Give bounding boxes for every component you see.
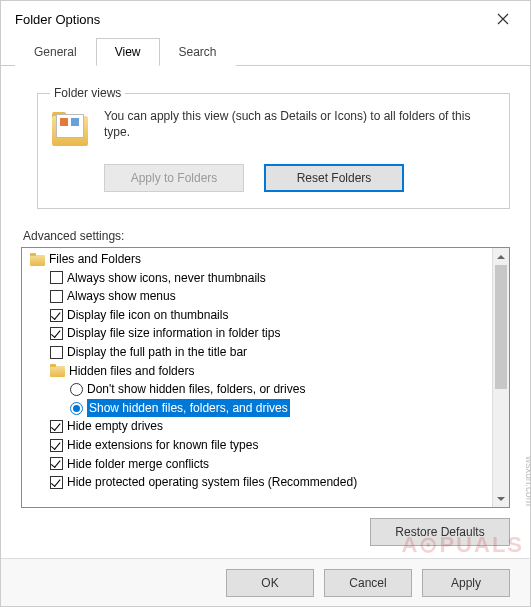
apply-to-folders-button[interactable]: Apply to Folders [104,164,244,192]
tree-label: Hide protected operating system files (R… [67,473,357,492]
checkbox-icon[interactable] [50,309,63,322]
tree-label: Files and Folders [49,250,141,269]
checkbox-icon[interactable] [50,420,63,433]
folder-options-window: Folder Options General View Search Folde… [0,0,531,607]
radio-icon[interactable] [70,402,83,415]
advanced-settings-box: Files and Folders Always show icons, nev… [21,247,510,508]
tree-label: Display the full path in the title bar [67,343,247,362]
folder-icon [30,253,45,266]
tree-label: Always show menus [67,287,176,306]
checkbox-icon[interactable] [50,439,63,452]
tree-item-always-menus[interactable]: Always show menus [26,287,492,306]
checkbox-icon[interactable] [50,290,63,303]
checkbox-icon[interactable] [50,476,63,489]
tab-bar: General View Search [1,37,530,66]
tab-content-view: Folder views You can apply this view (su… [1,66,530,558]
advanced-settings-tree[interactable]: Files and Folders Always show icons, nev… [22,248,492,507]
checkbox-icon[interactable] [50,346,63,359]
tree-label: Hide empty drives [67,417,163,436]
ok-button[interactable]: OK [226,569,314,597]
advanced-settings-label: Advanced settings: [23,229,510,243]
restore-defaults-button[interactable]: Restore Defaults [370,518,510,546]
dialog-footer: OK Cancel Apply [1,558,530,606]
chevron-up-icon [497,253,505,261]
close-button[interactable] [480,1,526,37]
reset-folders-button[interactable]: Reset Folders [264,164,404,192]
tree-label: Don't show hidden files, folders, or dri… [87,380,305,399]
tab-search[interactable]: Search [160,38,236,66]
window-title: Folder Options [15,12,480,27]
folder-views-icon [50,110,92,152]
tree-item-hide-empty-drives[interactable]: Hide empty drives [26,417,492,436]
tree-label: Always show icons, never thumbnails [67,269,266,288]
tree-folder-root[interactable]: Files and Folders [26,250,492,269]
tree-folder-hidden[interactable]: Hidden files and folders [26,362,492,381]
checkbox-icon[interactable] [50,271,63,284]
tree-item-file-icon-thumb[interactable]: Display file icon on thumbnails [26,306,492,325]
scroll-up-button[interactable] [493,248,509,265]
vertical-scrollbar[interactable] [492,248,509,507]
tab-view[interactable]: View [96,38,160,66]
folder-views-group: Folder views You can apply this view (su… [37,86,510,209]
tree-label: Hidden files and folders [69,362,194,381]
scroll-down-button[interactable] [493,490,509,507]
scroll-track[interactable] [493,265,509,490]
tree-label: Hide extensions for known file types [67,436,258,455]
tree-label: Display file icon on thumbnails [67,306,228,325]
tab-general[interactable]: General [15,38,96,66]
scroll-thumb[interactable] [495,265,507,389]
close-icon [497,13,509,25]
folder-views-legend: Folder views [50,86,125,100]
titlebar: Folder Options [1,1,530,37]
tree-label-selected: Show hidden files, folders, and drives [87,399,290,418]
folder-icon [50,364,65,377]
tree-item-file-size-tips[interactable]: Display file size information in folder … [26,324,492,343]
tree-label: Hide folder merge conflicts [67,455,209,474]
chevron-down-icon [497,495,505,503]
cancel-button[interactable]: Cancel [324,569,412,597]
tree-radio-show-hidden[interactable]: Show hidden files, folders, and drives [26,399,492,418]
tree-item-hide-protected-os[interactable]: Hide protected operating system files (R… [26,473,492,492]
apply-button[interactable]: Apply [422,569,510,597]
checkbox-icon[interactable] [50,457,63,470]
tree-label: Display file size information in folder … [67,324,280,343]
radio-icon[interactable] [70,383,83,396]
tree-item-hide-extensions[interactable]: Hide extensions for known file types [26,436,492,455]
tree-item-hide-merge-conflicts[interactable]: Hide folder merge conflicts [26,455,492,474]
checkbox-icon[interactable] [50,327,63,340]
folder-views-description: You can apply this view (such as Details… [104,108,497,140]
tree-item-always-icons[interactable]: Always show icons, never thumbnails [26,269,492,288]
tree-item-full-path-title[interactable]: Display the full path in the title bar [26,343,492,362]
tree-radio-dont-show-hidden[interactable]: Don't show hidden files, folders, or dri… [26,380,492,399]
